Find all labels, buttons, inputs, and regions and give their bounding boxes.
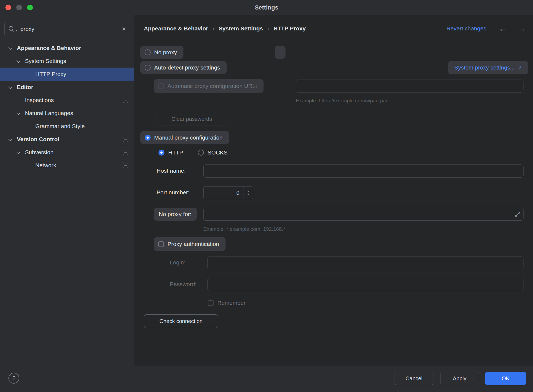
no-proxy-for-field: ⤢ [203,208,524,221]
system-proxy-settings-button[interactable]: System proxy settings... ↗ [448,61,528,74]
password-label: Password: [170,281,196,287]
host-name-label: Host name: [157,167,186,174]
forward-arrow-icon: → [519,24,526,33]
expand-field-icon[interactable]: ⤢ [515,210,520,218]
check-connection-button[interactable]: Check connection [144,314,218,328]
password-input [207,278,524,291]
apply-button[interactable]: Apply [440,372,479,385]
proxy-authentication-label: Proxy authentication [167,241,219,247]
back-arrow-icon[interactable]: ← [499,24,506,33]
remember-label: Remember [217,300,246,306]
no-proxy-for-hint: Example: *.example.com, 192.168.* [203,226,285,232]
auto-config-url-checkbox: Automatic proxy configuration URL: [154,79,264,93]
section-badge-icon [123,137,128,142]
remember-checkbox: Remember [208,300,246,306]
system-proxy-settings-label: System proxy settings... [454,64,515,71]
manual-proxy-label: Manual proxy configuration [154,134,223,141]
port-number-label: Port number: [157,189,189,196]
title-bar: Settings [0,0,533,15]
section-badge-icon [123,98,128,103]
radio-icon [145,49,151,55]
sidebar-item-version-control[interactable]: Version Control [0,133,134,146]
no-proxy-radio[interactable] [275,46,285,59]
ok-button[interactable]: OK [485,372,526,385]
port-number-field: ▲ ▼ [203,186,253,199]
external-link-icon: ↗ [518,65,522,71]
search-icon [8,26,15,32]
settings-tree: Appearance & Behavior System Settings HT… [0,42,134,172]
breadcrumb-item: HTTP Proxy [274,25,306,32]
sidebar-item-editor[interactable]: Editor [0,81,134,94]
cancel-button[interactable]: Cancel [395,372,433,385]
chevron-down-icon[interactable] [17,112,25,115]
sidebar-item-appearance-behavior[interactable]: Appearance & Behavior [0,42,134,55]
help-icon: ? [12,375,15,381]
breadcrumb-separator: › [212,26,214,32]
radio-icon [145,65,151,71]
sidebar-item-grammar-and-style[interactable]: Grammar and Style [0,120,134,133]
clear-search-icon[interactable]: ✕ [122,26,126,32]
settings-sidebar: ▾ ✕ Appearance & Behavior System Setting… [0,15,134,366]
manual-proxy-radio[interactable]: Manual proxy configuration [140,131,229,144]
no-proxy-for-label-highlight: No proxy for: [154,208,197,221]
chevron-down-icon[interactable] [9,47,17,50]
no-proxy-for-label: No proxy for: [159,211,191,217]
sidebar-item-inspections[interactable]: Inspections [0,94,134,107]
auto-detect-label: Auto-detect proxy settings [154,64,220,71]
proxy-authentication-checkbox[interactable]: Proxy authentication [154,237,226,251]
settings-search-box[interactable]: ▾ ✕ [4,22,130,36]
checkbox-icon [158,241,164,247]
auto-config-url-label: Automatic proxy configuration URL: [167,83,257,89]
sidebar-item-subversion[interactable]: Subversion [0,146,134,159]
stepper-up-icon[interactable]: ▲ [247,190,250,193]
auto-config-url-input [296,80,524,93]
window-title: Settings [0,0,533,15]
port-stepper[interactable]: ▲ ▼ [243,186,253,199]
breadcrumb-item[interactable]: System Settings [219,25,263,32]
radio-selected-icon [145,135,151,141]
breadcrumb-item[interactable]: Appearance & Behavior [144,25,208,32]
breadcrumb-separator: › [267,26,269,32]
login-input [207,256,524,269]
http-label[interactable]: HTTP [168,149,183,156]
sidebar-item-network[interactable]: Network [0,159,134,172]
no-proxy-label: No proxy [154,49,177,56]
chevron-down-icon[interactable] [9,86,17,89]
sidebar-item-http-proxy[interactable]: HTTP Proxy [0,68,134,81]
socks-label[interactable]: SOCKS [208,149,228,156]
no-proxy-radio[interactable]: No proxy [140,46,183,59]
sidebar-item-system-settings[interactable]: System Settings [0,55,134,68]
breadcrumb: Appearance & Behavior › System Settings … [144,23,306,34]
auto-detect-radio[interactable]: Auto-detect proxy settings [140,61,227,74]
sidebar-item-natural-languages[interactable]: Natural Languages [0,107,134,120]
http-radio[interactable] [158,150,164,156]
login-label: Login: [170,259,185,266]
revert-changes-link[interactable]: Revert changes [446,25,486,32]
search-history-caret-icon[interactable]: ▾ [15,29,17,32]
chevron-down-icon[interactable] [17,151,25,154]
socks-radio[interactable] [198,150,204,156]
chevron-down-icon[interactable] [17,60,25,63]
checkbox-icon [208,300,214,306]
host-name-input[interactable] [203,165,524,178]
section-badge-icon [123,163,128,168]
help-button[interactable]: ? [8,373,19,384]
checkbox-icon [158,83,164,89]
auto-config-url-hint: Example: https://example.com/wpad.pac [296,98,388,104]
protocol-radio-group: HTTP SOCKS [158,149,227,156]
search-input[interactable] [20,26,122,32]
clear-passwords-button: Clear passwords [157,113,227,125]
chevron-down-icon[interactable] [9,138,17,141]
header-actions: Revert changes ← → [446,23,526,34]
no-proxy-for-input[interactable] [203,208,524,221]
stepper-down-icon[interactable]: ▼ [247,193,250,196]
section-badge-icon [123,150,128,155]
